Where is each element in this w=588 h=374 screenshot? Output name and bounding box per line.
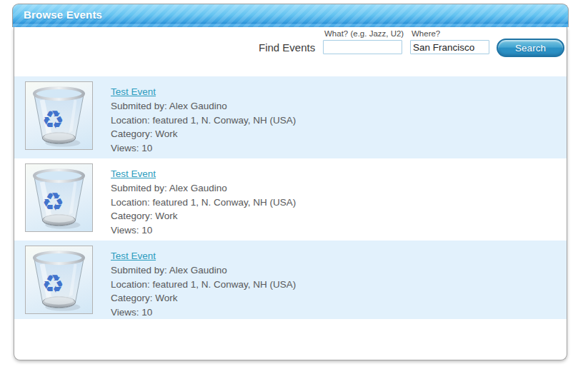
event-location: Location: featured 1, N. Conway, NH (USA… xyxy=(111,278,296,292)
search-button[interactable]: Search xyxy=(497,39,564,57)
event-views: Views: 10 xyxy=(111,141,296,156)
event-thumbnail: ♻ xyxy=(25,163,93,232)
panel-body: Find Events What? (e.g. Jazz, U2) Where?… xyxy=(14,27,567,360)
event-details: Test Event Submited by: Alex Gaudino Loc… xyxy=(111,76,296,155)
find-events-label: Find Events xyxy=(259,41,315,54)
event-thumbnail: ♻ xyxy=(25,246,93,314)
event-views: Views: 10 xyxy=(111,223,296,238)
what-input[interactable] xyxy=(323,40,402,54)
browse-events-panel: Browse Events Find Events What? (e.g. Ja… xyxy=(12,4,569,360)
event-title-link[interactable]: Test Event xyxy=(111,249,156,263)
event-row: ♻ Test Event Submited by: Alex Gaudino L… xyxy=(14,158,567,241)
event-submitted-by: Submited by: Alex Gaudino xyxy=(111,99,296,113)
search-bar: Find Events What? (e.g. Jazz, U2) Where?… xyxy=(14,27,567,76)
recycle-bin-icon: ♻ xyxy=(26,164,92,231)
event-submitted-by: Submited by: Alex Gaudino xyxy=(111,263,296,278)
page: Browse Events Find Events What? (e.g. Ja… xyxy=(0,0,588,374)
page-title: Browse Events xyxy=(24,9,102,21)
what-label: What? (e.g. Jazz, U2) xyxy=(324,29,404,38)
event-details: Test Event Submited by: Alex Gaudino Loc… xyxy=(111,158,296,237)
event-title-link[interactable]: Test Event xyxy=(111,85,156,98)
event-details: Test Event Submited by: Alex Gaudino Loc… xyxy=(111,241,296,319)
panel-header: Browse Events xyxy=(12,4,569,27)
event-location: Location: featured 1, N. Conway, NH (USA… xyxy=(111,113,296,128)
event-location: Location: featured 1, N. Conway, NH (USA… xyxy=(111,196,296,210)
event-category: Category: Work xyxy=(111,291,296,305)
event-list: ♻ Test Event Submited by: Alex Gaudino L… xyxy=(14,76,567,319)
event-views: Views: 10 xyxy=(111,305,296,320)
event-row: ♻ Test Event Submited by: Alex Gaudino L… xyxy=(14,241,567,319)
svg-text:♻: ♻ xyxy=(42,105,65,134)
recycle-bin-icon: ♻ xyxy=(26,246,92,313)
svg-text:♻: ♻ xyxy=(42,187,65,216)
recycle-bin-icon: ♻ xyxy=(26,82,92,149)
event-row: ♻ Test Event Submited by: Alex Gaudino L… xyxy=(14,76,567,158)
where-input[interactable] xyxy=(410,40,489,54)
event-title-link[interactable]: Test Event xyxy=(111,167,156,181)
event-category: Category: Work xyxy=(111,209,296,223)
event-thumbnail: ♻ xyxy=(25,81,93,150)
event-category: Category: Work xyxy=(111,127,296,141)
where-field: Where? xyxy=(410,29,489,54)
what-field: What? (e.g. Jazz, U2) xyxy=(323,29,404,54)
svg-text:♻: ♻ xyxy=(42,269,65,298)
event-submitted-by: Submited by: Alex Gaudino xyxy=(111,181,296,196)
where-label: Where? xyxy=(412,29,489,38)
